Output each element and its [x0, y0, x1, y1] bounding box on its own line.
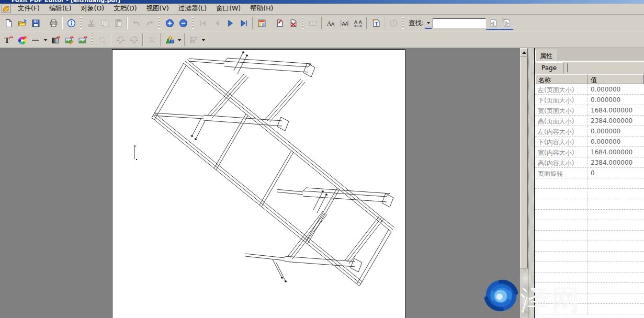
property-value [587, 283, 644, 293]
menu-item-window[interactable]: 窗口(W) [211, 3, 245, 15]
scroll-up-button[interactable] [520, 48, 528, 56]
property-row[interactable]: 宽(内容大小)1684.000000 [535, 147, 644, 157]
font-replace-button[interactable]: AA [324, 16, 337, 30]
scrollbar-thumb[interactable] [520, 56, 528, 268]
menu-item-document[interactable]: 文档(D) [109, 3, 141, 15]
property-row[interactable]: 左(页面大小)0.000000 [535, 84, 644, 95]
tab-page[interactable]: Page [536, 62, 563, 74]
toolbar-separator [321, 17, 322, 29]
toolbar-grip[interactable] [402, 17, 404, 29]
menu-item-object[interactable]: 对象(O) [76, 3, 109, 15]
copy-button[interactable] [98, 16, 111, 30]
insert-page-button[interactable] [273, 16, 286, 30]
property-row[interactable]: 下(页面大小)0.000000 [535, 95, 644, 105]
document-canvas[interactable] [0, 48, 520, 318]
property-name [535, 220, 587, 230]
delete-object-button[interactable] [145, 33, 159, 47]
find-previous-button[interactable] [486, 16, 500, 30]
menu-item-edit[interactable]: 编辑(E) [44, 3, 76, 15]
property-row[interactable]: 高(页面大小)2384.000000 [535, 116, 644, 126]
property-value [587, 272, 644, 282]
clone-object-button[interactable] [96, 33, 109, 47]
menu-item-help[interactable]: 帮助(H) [245, 3, 278, 15]
print-button[interactable] [47, 16, 60, 30]
toolbar-grip[interactable] [92, 33, 94, 46]
document-info-button[interactable] [64, 16, 78, 30]
toolbar-grip[interactable] [159, 17, 161, 29]
save-document-button[interactable] [29, 16, 42, 30]
save-floppy-icon [31, 19, 40, 28]
menu-item-file[interactable]: 文件(F) [13, 3, 44, 15]
font-wide-icon: AA [354, 19, 363, 28]
property-row[interactable]: 宽(页面大小)1684.000000 [535, 105, 644, 116]
bolt-heads [136, 51, 327, 282]
property-name: 高(页面大小) [535, 116, 587, 126]
edit-image-button[interactable] [62, 33, 76, 47]
cut-button[interactable] [84, 16, 98, 30]
prev-page-button[interactable] [210, 16, 223, 30]
column-header-value[interactable]: 值 [587, 74, 644, 84]
find-input[interactable] [433, 18, 486, 28]
property-row[interactable]: 高(内容大小)2384.000000 [535, 157, 644, 168]
last-page-button[interactable] [237, 16, 251, 30]
font-condense-button[interactable]: AA [337, 16, 351, 30]
menu-item-view[interactable]: 视图(V) [142, 3, 174, 15]
property-row[interactable]: 页面旋转0 [535, 168, 644, 178]
column-header-name[interactable]: 名称 [535, 74, 587, 84]
property-value: 0.000000 [587, 137, 644, 146]
tab-properties[interactable]: 属性 [535, 50, 558, 61]
line-style-button[interactable] [29, 33, 42, 47]
add-image-button[interactable] [76, 33, 89, 47]
toolbar-grip[interactable] [302, 17, 304, 29]
rotate-right-button[interactable] [127, 33, 141, 47]
edit-color-object-button[interactable] [15, 33, 29, 47]
toolbar-grip[interactable] [80, 17, 82, 29]
document-icon[interactable] [2, 5, 11, 13]
first-page-button[interactable] [196, 16, 210, 30]
find-all-button[interactable] [500, 16, 513, 30]
keyboard-icon [309, 19, 318, 28]
undo-arrow-icon [132, 19, 141, 28]
page-layout-button[interactable] [255, 16, 268, 30]
align-options-dropdown[interactable] [200, 34, 207, 46]
property-name: 高(内容大小) [535, 157, 587, 167]
menu-item-filter[interactable]: 过滤器(L) [174, 3, 211, 15]
toolbar-grip[interactable] [192, 17, 194, 29]
property-value [587, 304, 644, 314]
delete-page-button[interactable] [286, 16, 300, 30]
vertical-scrollbar[interactable] [520, 48, 528, 318]
zoom-in-button[interactable] [163, 16, 176, 30]
zoom-out-button[interactable] [176, 16, 190, 30]
svg-text:T: T [4, 36, 9, 44]
find-options-dropdown[interactable] [425, 17, 432, 29]
redo-button[interactable] [143, 16, 156, 30]
property-name: 宽(页面大小) [535, 105, 587, 115]
font-spacing-button[interactable]: AA [351, 16, 365, 30]
edit-text-object-button[interactable]: T [2, 33, 15, 47]
pdf-page[interactable] [112, 49, 405, 318]
edit-shading-button[interactable] [49, 33, 62, 47]
property-row[interactable]: 左(内容大小)0.000000 [535, 126, 644, 137]
property-row[interactable]: 下(内容大小)0.000000 [535, 137, 644, 147]
panel-splitter-track[interactable] [528, 48, 534, 318]
insert-shape-button[interactable] [163, 33, 176, 47]
cad-drawing [112, 50, 405, 317]
paste-button[interactable] [111, 16, 125, 30]
open-document-button[interactable] [15, 16, 29, 30]
keyboard-input-button[interactable] [306, 16, 320, 30]
page-tab-strip: Page [535, 62, 644, 74]
text-circle-icon: T [389, 19, 398, 28]
align-objects-button[interactable] [187, 33, 200, 47]
insert-shape-options-dropdown[interactable] [176, 34, 183, 46]
text-attributes-button[interactable]: T [387, 16, 400, 30]
property-name: 页面旋转 [535, 168, 587, 178]
undo-button[interactable] [129, 16, 143, 30]
rotate-left-button[interactable] [114, 33, 127, 47]
next-page-button[interactable] [223, 16, 237, 30]
toolbar-separator [384, 17, 385, 29]
insert-text-button[interactable]: T [369, 16, 382, 30]
property-row-empty [535, 293, 644, 304]
line-style-options-dropdown[interactable] [42, 34, 49, 46]
property-row-empty [535, 220, 644, 231]
new-document-button[interactable] [2, 16, 15, 30]
